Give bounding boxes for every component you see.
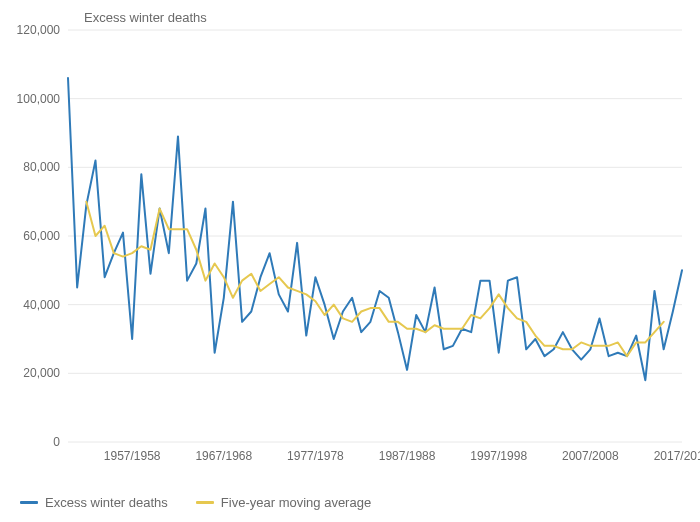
legend-swatch-series1 <box>20 501 38 504</box>
series-line-1 <box>68 78 682 380</box>
legend-label-series1: Excess winter deaths <box>45 495 168 510</box>
svg-text:1957/1958: 1957/1958 <box>104 449 161 463</box>
svg-text:100,000: 100,000 <box>17 92 61 106</box>
chart-container: 020,00040,00060,00080,000100,000120,000E… <box>0 0 700 522</box>
svg-text:1967/1968: 1967/1968 <box>195 449 252 463</box>
svg-text:1997/1998: 1997/1998 <box>470 449 527 463</box>
svg-text:2007/2008: 2007/2008 <box>562 449 619 463</box>
legend-swatch-series2 <box>196 501 214 504</box>
line-chart: 020,00040,00060,00080,000100,000120,000E… <box>0 0 700 522</box>
legend-label-series2: Five-year moving average <box>221 495 371 510</box>
svg-text:1987/1988: 1987/1988 <box>379 449 436 463</box>
svg-text:20,000: 20,000 <box>23 366 60 380</box>
legend-item-series1: Excess winter deaths <box>20 495 168 510</box>
legend-item-series2: Five-year moving average <box>196 495 371 510</box>
svg-text:0: 0 <box>53 435 60 449</box>
svg-text:1977/1978: 1977/1978 <box>287 449 344 463</box>
chart-title: Excess winter deaths <box>84 10 207 25</box>
svg-text:80,000: 80,000 <box>23 160 60 174</box>
svg-text:120,000: 120,000 <box>17 23 61 37</box>
svg-text:60,000: 60,000 <box>23 229 60 243</box>
svg-text:40,000: 40,000 <box>23 298 60 312</box>
svg-text:2017/2018: 2017/2018 <box>654 449 700 463</box>
legend: Excess winter deaths Five-year moving av… <box>20 495 371 510</box>
series-line-2 <box>86 202 663 356</box>
